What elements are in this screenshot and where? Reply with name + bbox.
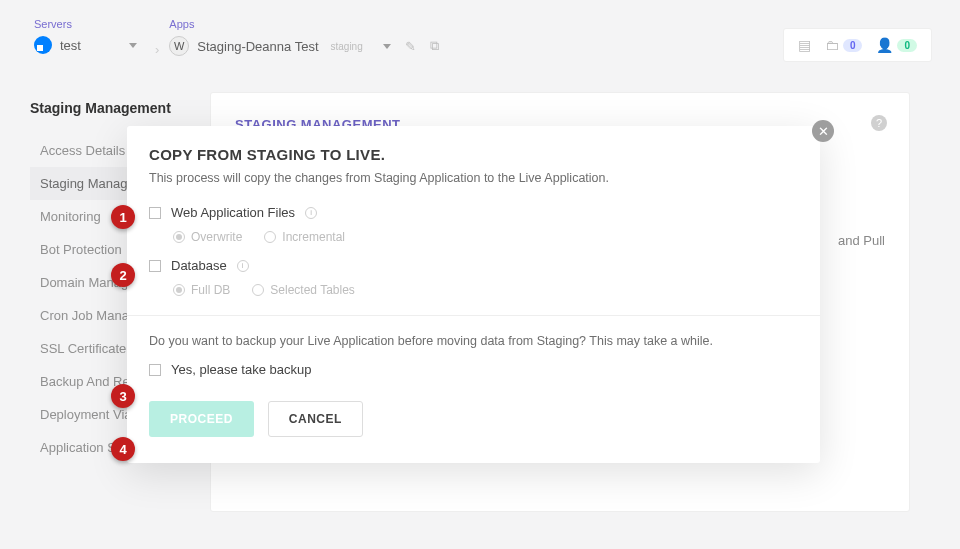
app-name: Staging-Deanna Test <box>197 39 318 54</box>
checkbox-backup[interactable] <box>149 364 161 376</box>
chevron-down-icon[interactable] <box>129 43 137 48</box>
user-count: 0 <box>897 39 917 52</box>
checkbox-web-files[interactable] <box>149 207 161 219</box>
panel-body-fragment: and Pull <box>838 233 885 248</box>
pencil-icon[interactable]: ✎ <box>405 39 416 54</box>
digitalocean-icon <box>34 36 52 54</box>
group-web-files: Web Application Files i Overwrite Increm… <box>149 205 798 244</box>
folder-count: 0 <box>843 39 863 52</box>
modal-desc: This process will copy the changes from … <box>149 171 798 185</box>
list-icon[interactable]: ▤ <box>798 37 811 53</box>
info-icon[interactable]: i <box>237 260 249 272</box>
close-icon[interactable]: ✕ <box>812 120 834 142</box>
breadcrumb-servers[interactable]: Servers test <box>34 18 137 54</box>
group-web-files-label: Web Application Files <box>171 205 295 220</box>
radio-incremental[interactable]: Incremental <box>264 230 345 244</box>
servers-label: Servers <box>34 18 137 30</box>
annotation-3: 3 <box>111 384 135 408</box>
user-icon[interactable]: 👤0 <box>876 37 917 53</box>
chevron-down-icon[interactable] <box>383 44 391 49</box>
backup-label: Yes, please take backup <box>171 362 311 377</box>
annotation-1: 1 <box>111 205 135 229</box>
modal-copy-staging: ✕ COPY FROM STAGING TO LIVE. This proces… <box>127 126 820 463</box>
divider <box>127 315 820 316</box>
breadcrumb-apps[interactable]: Apps W Staging-Deanna Test staging ✎ ⧉ <box>169 18 438 56</box>
modal-title: COPY FROM STAGING TO LIVE. <box>149 146 798 163</box>
help-icon[interactable]: ? <box>871 115 887 131</box>
group-database-label: Database <box>171 258 227 273</box>
annotation-4: 4 <box>111 437 135 461</box>
radio-fulldb[interactable]: Full DB <box>173 283 230 297</box>
radio-overwrite[interactable]: Overwrite <box>173 230 242 244</box>
external-link-icon[interactable]: ⧉ <box>430 38 439 54</box>
sidebar-title: Staging Management <box>30 100 200 116</box>
topbar-right: ▤ 🗀0 👤0 <box>783 28 932 62</box>
annotation-2: 2 <box>111 263 135 287</box>
folder-icon[interactable]: 🗀0 <box>825 37 863 53</box>
apps-label: Apps <box>169 18 438 30</box>
cancel-button[interactable]: CANCEL <box>268 401 363 437</box>
wordpress-icon: W <box>169 36 189 56</box>
checkbox-database[interactable] <box>149 260 161 272</box>
env-badge: staging <box>331 41 363 52</box>
group-database: Database i Full DB Selected Tables <box>149 258 798 297</box>
info-icon[interactable]: i <box>305 207 317 219</box>
server-name: test <box>60 38 81 53</box>
proceed-button[interactable]: PROCEED <box>149 401 254 437</box>
backup-prompt: Do you want to backup your Live Applicat… <box>149 334 798 348</box>
radio-selected-tables[interactable]: Selected Tables <box>252 283 355 297</box>
topbar: Servers test › Apps W Staging-Deanna Tes… <box>0 0 960 67</box>
chevron-right-icon: › <box>155 42 159 57</box>
